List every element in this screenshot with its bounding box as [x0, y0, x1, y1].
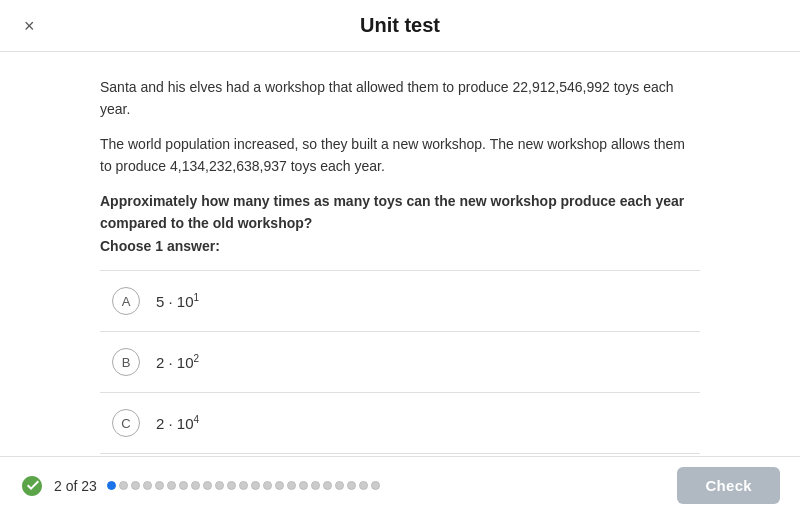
option-c-label: 2 · 104: [156, 414, 199, 432]
option-b-label: 2 · 102: [156, 353, 199, 371]
progress-dot-13: [263, 481, 272, 490]
option-c[interactable]: C 2 · 104: [100, 393, 700, 454]
footer-left: 2 of 23: [20, 474, 380, 498]
option-b-circle: B: [112, 348, 140, 376]
progress-dot-20: [347, 481, 356, 490]
option-a-circle: A: [112, 287, 140, 315]
question-text: Approximately how many times as many toy…: [100, 190, 700, 235]
progress-text: 2 of 23: [54, 478, 97, 494]
progress-dot-18: [323, 481, 332, 490]
option-b[interactable]: B 2 · 102: [100, 332, 700, 393]
progress-dot-0: [107, 481, 116, 490]
modal-body: Santa and his elves had a workshop that …: [0, 52, 800, 456]
progress-dot-3: [143, 481, 152, 490]
modal-container: × Unit test Santa and his elves had a wo…: [0, 0, 800, 514]
progress-dot-10: [227, 481, 236, 490]
progress-dot-6: [179, 481, 188, 490]
paragraph1: Santa and his elves had a workshop that …: [100, 76, 700, 121]
modal-title: Unit test: [360, 14, 440, 37]
progress-dot-22: [371, 481, 380, 490]
progress-dot-12: [251, 481, 260, 490]
progress-dot-15: [287, 481, 296, 490]
progress-dot-17: [311, 481, 320, 490]
modal-header: × Unit test: [0, 0, 800, 52]
progress-dot-21: [359, 481, 368, 490]
progress-dot-4: [155, 481, 164, 490]
choose-label: Choose 1 answer:: [100, 238, 700, 254]
question-strong: Approximately how many times as many toy…: [100, 193, 684, 231]
progress-dot-1: [119, 481, 128, 490]
paragraph2: The world population increased, so they …: [100, 133, 700, 178]
progress-dot-8: [203, 481, 212, 490]
modal-footer: 2 of 23 Check: [0, 456, 800, 514]
progress-dot-5: [167, 481, 176, 490]
option-a[interactable]: A 5 · 101: [100, 270, 700, 332]
option-a-label: 5 · 101: [156, 292, 199, 310]
progress-dot-9: [215, 481, 224, 490]
progress-dot-2: [131, 481, 140, 490]
close-button[interactable]: ×: [20, 11, 39, 40]
option-c-circle: C: [112, 409, 140, 437]
progress-dot-19: [335, 481, 344, 490]
close-icon: ×: [24, 15, 35, 36]
progress-dot-11: [239, 481, 248, 490]
progress-dot-16: [299, 481, 308, 490]
progress-dot-7: [191, 481, 200, 490]
progress-dots: [107, 481, 380, 490]
progress-dot-14: [275, 481, 284, 490]
progress-icon: [20, 474, 44, 498]
check-button[interactable]: Check: [677, 467, 780, 504]
